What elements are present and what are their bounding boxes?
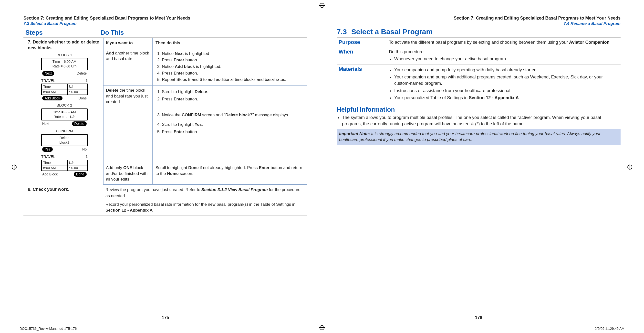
cell-time: 6:00 AM	[42, 89, 68, 95]
list-item: Press Enter button.	[162, 129, 304, 135]
term-materials: Materials	[337, 65, 387, 103]
screen-line: Rate = -.-- U/h	[43, 115, 86, 119]
section-number: 7.3	[337, 28, 347, 36]
registration-mark-icon	[12, 165, 16, 170]
screen-line: block?	[43, 140, 86, 145]
list-item: Instructions or assistance from your hea…	[394, 88, 618, 94]
footer-file: DOC15736_Rev-A-Man.indd 175-176	[20, 327, 77, 330]
list-item: Notice Add block is highlighted.	[162, 64, 304, 70]
col-time: Time	[42, 84, 68, 89]
list-item: Scroll to highlight Delete.	[162, 89, 304, 95]
softkey-addblock: Add Block	[42, 172, 58, 177]
softkey-next: Next	[42, 121, 49, 126]
table-row: Delete the time block and basal rate you…	[104, 85, 307, 163]
screen-title: CONFIRM	[41, 129, 88, 133]
registration-mark-icon	[320, 3, 324, 8]
step-title: Check your work.	[33, 187, 69, 192]
col-uh: U/h	[68, 160, 88, 165]
condition-delete: Delete the time block and basal rate you…	[104, 86, 152, 163]
screen-line: Rate = 0.60 U/h	[43, 64, 86, 69]
page-175: Section 7: Creating and Editing Speciali…	[24, 16, 307, 312]
column-heading-steps: Steps	[24, 29, 99, 37]
device-screen-block1: BLOCK 1 Time = 6:00 AM Rate = 0.60 U/h N…	[41, 53, 88, 76]
softkey-next: Next	[42, 71, 54, 76]
step-7-label: 7. Decide whether to add or delete new b…	[24, 38, 103, 185]
col-time: Time	[42, 160, 68, 165]
screen-title: TRAVEL	[41, 78, 55, 83]
screen-index: 1	[86, 154, 88, 159]
materials-row: Materials Your companion and pump fully …	[337, 65, 620, 103]
screen-title: BLOCK 1	[41, 53, 88, 57]
screen-line: Time = --:-- AM	[43, 110, 86, 115]
column-heading-dothis: Do This	[99, 29, 124, 37]
list-item: Your companion and pump fully operating …	[394, 67, 618, 73]
list-item: Your companion and pump with additional …	[394, 74, 618, 87]
page-176: Section 7: Creating and Editing Speciali…	[337, 16, 620, 312]
device-screen-travel-1: TRAVEL1 TimeU/h 6:00 AM* 0.60 Add Block …	[41, 78, 88, 101]
table-header: If you want to Then do this	[104, 38, 307, 48]
cell-time: 6:00 AM	[42, 165, 68, 171]
running-header-subtitle: 7.3 Select a Basal Program	[24, 21, 307, 26]
important-note: Important Note: It is strongly recommend…	[337, 129, 620, 145]
softkey-delete: Delete	[77, 71, 87, 76]
condition-done: Add only ONE block and/or be finished wi…	[104, 163, 152, 184]
step-8-body: Review the program you have just created…	[103, 185, 307, 215]
purpose-body: To activate the different basal programs…	[387, 38, 620, 47]
when-row: When Do this procedure: Whenever you nee…	[337, 47, 620, 65]
when-lead: Do this procedure:	[389, 49, 618, 55]
section-title: Select a Basal Program	[351, 28, 433, 36]
softkey-no: No	[82, 147, 87, 152]
step-8-label: 8. Check your work.	[24, 185, 103, 215]
divider	[24, 27, 307, 27]
softkey-yes: Yes	[42, 147, 53, 152]
list-item: Press Enter button.	[162, 96, 304, 102]
page-number: 175	[162, 315, 169, 320]
registration-mark-icon	[628, 165, 632, 170]
list-item: The system allows you to program multipl…	[342, 114, 620, 127]
page-number: 176	[475, 315, 482, 320]
device-screen-block2: BLOCK 2 Time = --:-- AM Rate = -.-- U/h …	[41, 103, 88, 126]
list-item: Whenever you need to change your active …	[394, 56, 618, 62]
footer-meta: DOC15736_Rev-A-Man.indd 175-176 2/9/09 1…	[20, 327, 624, 330]
footer-timestamp: 2/9/09 11:29:49 AM	[595, 327, 624, 330]
step-number: 7.	[28, 40, 32, 45]
note-lead: Important Note:	[339, 131, 370, 136]
decision-table: If you want to Then do this Add another …	[103, 38, 307, 185]
purpose-row: Purpose To activate the different basal …	[337, 38, 620, 47]
list-item: Your personalized Table of Settings in S…	[394, 95, 618, 101]
softkey-done: Done	[78, 96, 87, 101]
header-if: If you want to	[104, 38, 152, 48]
list-item: Notice Next is highlighted	[162, 51, 304, 57]
cell-uh: * 0.60	[68, 89, 88, 95]
screen-line: Delete	[43, 136, 86, 140]
print-spread: Section 7: Creating and Editing Speciali…	[0, 0, 644, 333]
screen-index: 1	[86, 78, 88, 83]
condition-add: Add another time block and basal rate	[104, 48, 152, 85]
step-title: Decide whether to add or delete new bloc…	[28, 40, 99, 50]
device-screen-confirm: CONFIRM Delete block? Yes No	[41, 129, 88, 152]
step-8-row: 8. Check your work. Review the program y…	[24, 185, 307, 216]
list-item: Notice the CONFIRM screen and "Delete bl…	[162, 112, 304, 118]
term-when: When	[337, 47, 387, 64]
softkey-delete: Delete	[72, 121, 87, 126]
section-heading: 7.3Select a Basal Program	[337, 28, 620, 36]
screen-title: TRAVEL	[41, 154, 55, 159]
list-item: Press Enter button.	[162, 70, 304, 77]
step-7-row: 7. Decide whether to add or delete new b…	[24, 37, 307, 185]
note-body: It is strongly recommended that you and …	[339, 131, 600, 142]
running-header-title: Section 7: Creating and Editing Speciali…	[337, 16, 620, 21]
softkey-done: Done	[74, 172, 87, 177]
list-item: Scroll to highlight Yes.	[162, 122, 304, 128]
header-then: Then do this	[152, 38, 307, 48]
table-row: Add only ONE block and/or be finished wi…	[104, 163, 307, 184]
list-item: Press Enter button.	[162, 57, 304, 63]
step-number: 8.	[28, 187, 32, 192]
helpful-heading: Helpful Information	[337, 106, 620, 113]
col-uh: U/h	[68, 84, 88, 89]
term-purpose: Purpose	[337, 38, 387, 47]
list-item: Repeat Steps 5 and 6 to add additional t…	[162, 77, 304, 83]
table-row: Add another time block and basal rate No…	[104, 48, 307, 85]
cell-uh: * 0.60	[68, 165, 88, 171]
screen-title: BLOCK 2	[41, 103, 88, 108]
softkey-addblock: Add Block	[42, 96, 62, 101]
